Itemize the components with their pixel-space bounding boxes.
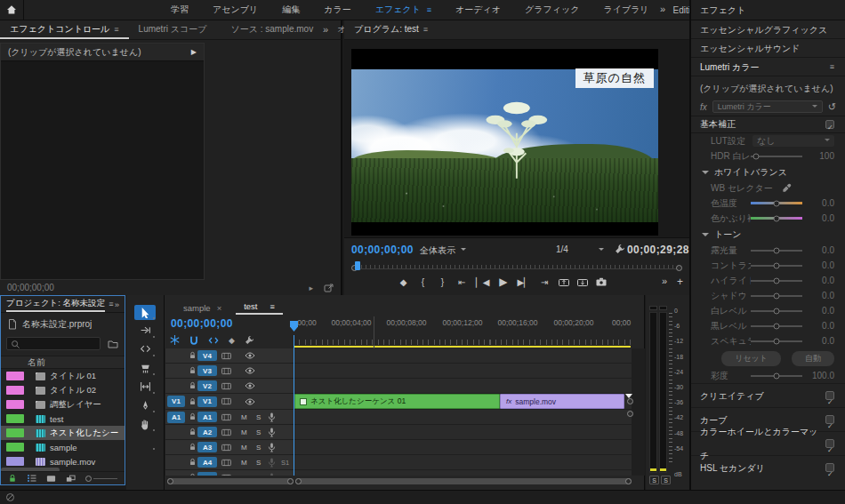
- project-item-row[interactable]: タイトル 01: [1, 369, 125, 383]
- eye-icon[interactable]: [245, 367, 255, 374]
- slider-track[interactable]: [751, 217, 802, 220]
- close-tab-icon[interactable]: ×: [217, 303, 222, 313]
- button-editor-button[interactable]: +: [677, 276, 683, 288]
- project-item-row[interactable]: sample.mov: [1, 454, 125, 468]
- program-video-frame[interactable]: 草原の自然: [351, 49, 658, 236]
- workspace-tab[interactable]: アセンブリ: [213, 4, 258, 16]
- writable-lock-icon[interactable]: [8, 474, 17, 484]
- stacked-panel-header[interactable]: エッセンシャルグラフィックス: [691, 20, 845, 39]
- timeline-ruler[interactable]: ;00;0000;00;04;0000;00;08;0000;00;12;000…: [294, 316, 632, 346]
- export-icon[interactable]: [324, 283, 334, 292]
- vertical-scrollbar-handle[interactable]: [627, 411, 633, 417]
- extract-button[interactable]: [577, 277, 588, 286]
- label-color-swatch[interactable]: [6, 428, 24, 437]
- panel-tab[interactable]: エフェクトコントロール ≡: [0, 20, 129, 39]
- solo-left-button[interactable]: S: [649, 476, 659, 484]
- sync-lock-icon[interactable]: [221, 397, 231, 405]
- program-panel-menu-icon[interactable]: ≡: [423, 25, 428, 34]
- track-target-button[interactable]: A2: [197, 427, 217, 437]
- add-marker-icon[interactable]: ◆: [229, 336, 235, 345]
- lut-select[interactable]: なし: [752, 135, 834, 147]
- workspace-tab[interactable]: ライブラリ: [603, 4, 648, 16]
- track-target-button[interactable]: A4: [197, 457, 217, 468]
- lumetri-section-header[interactable]: クリエイティブ: [691, 383, 845, 407]
- project-item-row[interactable]: タイトル 02: [1, 383, 125, 397]
- label-color-swatch[interactable]: [6, 400, 24, 409]
- column-header-name[interactable]: 名前: [1, 356, 125, 369]
- mic-icon[interactable]: [268, 458, 276, 468]
- white-balance-group[interactable]: ホワイトバランス: [691, 164, 845, 180]
- snap-magnet-icon[interactable]: [189, 336, 198, 345]
- panel-tab[interactable]: ソース : sample.mov: [221, 20, 327, 39]
- timeline-scrollbar[interactable]: [295, 478, 632, 484]
- workspace-tab[interactable]: エフェクト: [375, 4, 431, 16]
- sync-lock-icon[interactable]: [221, 459, 231, 467]
- eye-icon[interactable]: [245, 398, 255, 405]
- mic-icon[interactable]: [268, 428, 276, 437]
- tool-button[interactable]: [134, 361, 156, 376]
- workspace-tab[interactable]: グラフィック: [525, 4, 579, 16]
- freeform-view-icon[interactable]: [66, 475, 76, 483]
- settings-wrench-icon[interactable]: [615, 244, 625, 254]
- solo-button[interactable]: S: [256, 428, 261, 436]
- reset-effect-icon[interactable]: ↺: [828, 101, 836, 113]
- project-item-row[interactable]: sample: [1, 440, 125, 454]
- solo-button[interactable]: S: [256, 474, 261, 476]
- nest-insert-toggle-icon[interactable]: [170, 335, 180, 345]
- reset-button[interactable]: リセット: [721, 351, 781, 366]
- timeline-clip-sample-mov[interactable]: fx sample.mov: [500, 394, 624, 409]
- solo-right-button[interactable]: S: [661, 476, 671, 484]
- auto-button[interactable]: 自動: [792, 351, 834, 366]
- project-item-row[interactable]: 調整レイヤー: [1, 397, 125, 412]
- sync-lock-icon[interactable]: [221, 367, 231, 375]
- slider-track[interactable]: [751, 340, 802, 342]
- sequence-tab[interactable]: sample ×: [175, 301, 236, 315]
- panel-menu-icon[interactable]: ≡: [109, 300, 113, 308]
- workspace-tab[interactable]: 編集: [282, 4, 300, 16]
- track-target-button[interactable]: A3: [197, 442, 217, 452]
- collapse-triangle-icon[interactable]: [702, 171, 709, 178]
- program-scrubber[interactable]: [351, 261, 682, 272]
- search-input[interactable]: [6, 337, 101, 350]
- mute-button[interactable]: M: [241, 444, 247, 452]
- label-color-swatch[interactable]: [6, 372, 24, 380]
- lock-icon[interactable]: [189, 443, 197, 452]
- project-item-row[interactable]: ネスト化したシー: [1, 426, 125, 440]
- panel-menu-icon[interactable]: ≡: [270, 302, 275, 311]
- mute-button[interactable]: M: [241, 474, 247, 476]
- project-tab[interactable]: プロジェクト: 名称未設定: [6, 296, 105, 312]
- mic-icon[interactable]: [268, 473, 276, 476]
- mute-button[interactable]: M: [241, 428, 247, 436]
- mark-out-button[interactable]: }: [437, 277, 448, 287]
- workspace-overflow-button[interactable]: »: [660, 4, 665, 14]
- lock-icon[interactable]: [189, 366, 197, 375]
- slider-track[interactable]: [751, 156, 802, 157]
- track-target-button[interactable]: A5: [197, 472, 217, 476]
- source-patch-button[interactable]: V1: [167, 396, 185, 407]
- sync-lock-icon[interactable]: [221, 382, 231, 390]
- tool-button[interactable]: [134, 398, 156, 413]
- transport-overflow-button[interactable]: »: [662, 276, 667, 286]
- section-checkbox[interactable]: [825, 120, 834, 129]
- section-checkbox[interactable]: [825, 391, 834, 400]
- slider-track[interactable]: [751, 280, 802, 282]
- mic-icon[interactable]: [268, 443, 276, 452]
- tool-button[interactable]: [134, 436, 156, 451]
- sync-lock-icon[interactable]: [221, 474, 231, 476]
- eye-icon[interactable]: [245, 352, 255, 359]
- lock-icon[interactable]: [189, 397, 197, 406]
- lock-icon[interactable]: [189, 458, 197, 467]
- section-checkbox[interactable]: [825, 463, 834, 472]
- workspace-tab[interactable]: カラー: [324, 4, 350, 16]
- tool-button[interactable]: [134, 417, 156, 432]
- home-button[interactable]: [0, 0, 24, 20]
- effect-select[interactable]: Lumetri カラー: [712, 100, 823, 113]
- chevron-down-icon[interactable]: [461, 248, 466, 253]
- lumetri-section-header[interactable]: カラーホイールとカラーマッチ: [691, 431, 845, 455]
- label-color-swatch[interactable]: [6, 443, 24, 452]
- project-file-row[interactable]: 名称未設定.prproj: [1, 313, 125, 334]
- lock-icon[interactable]: [189, 351, 197, 360]
- thumbnail-zoom-slider[interactable]: [85, 476, 117, 482]
- list-view-icon[interactable]: [27, 474, 36, 483]
- basic-correction-section[interactable]: 基本補正: [691, 116, 845, 133]
